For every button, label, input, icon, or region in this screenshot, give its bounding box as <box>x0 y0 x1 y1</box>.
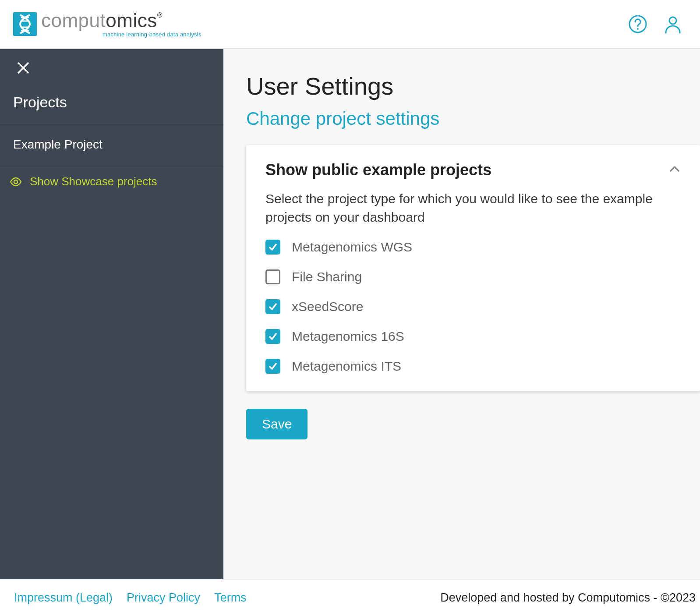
user-icon[interactable] <box>663 14 682 34</box>
eye-icon <box>10 176 22 188</box>
chevron-up-icon <box>668 163 681 175</box>
brand-logo-text: computomics® machine learning-based data… <box>41 11 201 38</box>
footer-link-terms[interactable]: Terms <box>214 591 247 605</box>
option-row[interactable]: Metagenomics ITS <box>265 359 681 374</box>
footer-link-privacy[interactable]: Privacy Policy <box>127 591 200 605</box>
option-label: File Sharing <box>292 269 362 284</box>
sidebar-close-button[interactable] <box>0 49 223 86</box>
card-title: Show public example projects <box>265 161 491 179</box>
page-title: User Settings <box>246 72 700 100</box>
card-collapse-button[interactable] <box>668 163 681 177</box>
sidebar-section-title: Projects <box>0 86 223 124</box>
settings-card: Show public example projects Select the … <box>246 145 700 391</box>
svg-point-5 <box>637 28 639 30</box>
main-content: User Settings Change project settings Sh… <box>223 49 700 579</box>
checkbox[interactable] <box>265 299 280 314</box>
brand-name-part1: comput <box>41 10 106 31</box>
check-icon <box>268 302 278 312</box>
option-row[interactable]: File Sharing <box>265 269 681 284</box>
option-row[interactable]: Metagenomics WGS <box>265 240 681 255</box>
check-icon <box>268 242 278 252</box>
option-label: Metagenomics WGS <box>292 240 412 255</box>
sidebar-item-example-project[interactable]: Example Project <box>0 124 223 165</box>
option-row[interactable]: xSeedScore <box>265 299 681 314</box>
sidebar-showcase-link[interactable]: Show Showcase projects <box>0 165 223 188</box>
checkbox[interactable] <box>265 359 280 374</box>
sidebar-item-label: Example Project <box>13 138 103 151</box>
footer-link-impressum[interactable]: Impressum (Legal) <box>14 591 113 605</box>
check-icon <box>268 361 278 371</box>
svg-point-4 <box>629 16 646 32</box>
option-label: Metagenomics ITS <box>292 359 401 374</box>
page-subtitle: Change project settings <box>246 108 700 129</box>
brand-tagline: machine learning-based data analysis <box>103 31 201 38</box>
footer-credit: Developed and hosted by Computomics - ©2… <box>440 591 696 605</box>
brand-logo-icon <box>13 12 37 36</box>
brand-logo[interactable]: computomics® machine learning-based data… <box>13 11 201 38</box>
brand-registered: ® <box>157 11 163 19</box>
sidebar: Projects Example Project Show Showcase p… <box>0 49 223 579</box>
option-label: xSeedScore <box>292 299 363 314</box>
svg-point-6 <box>669 17 676 24</box>
svg-point-9 <box>14 180 18 184</box>
checkbox[interactable] <box>265 329 280 344</box>
option-row[interactable]: Metagenomics 16S <box>265 329 681 344</box>
card-description: Select the project type for which you wo… <box>265 190 681 227</box>
save-button[interactable]: Save <box>246 409 308 439</box>
checkbox[interactable] <box>265 240 280 255</box>
header: computomics® machine learning-based data… <box>0 0 700 49</box>
help-icon[interactable] <box>628 14 647 34</box>
check-icon <box>268 332 278 341</box>
brand-name-part2: omics <box>106 10 157 31</box>
sidebar-showcase-label: Show Showcase projects <box>30 175 157 188</box>
checkbox[interactable] <box>265 269 280 284</box>
footer: Impressum (Legal) Privacy Policy Terms D… <box>0 579 700 616</box>
close-icon <box>17 61 30 74</box>
option-label: Metagenomics 16S <box>292 329 404 344</box>
